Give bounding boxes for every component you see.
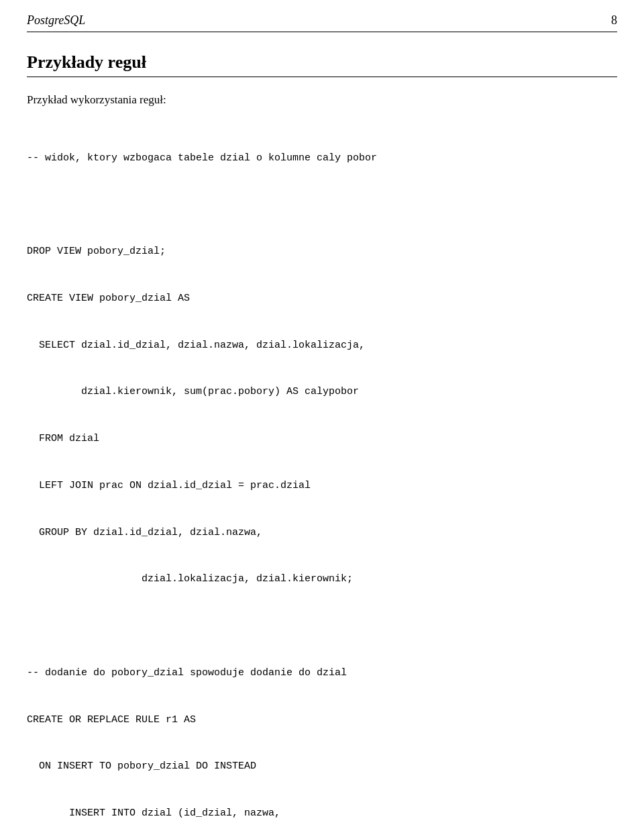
code-line-select: SELECT dzial.id_dzial, dzial.nazwa, dzia…	[27, 338, 617, 353]
page-header: PostgreSQL 8	[27, 13, 617, 32]
code-line-group2: dzial.lokalizacja, dzial.kierownik;	[27, 571, 617, 587]
code-line-on-insert: ON INSERT TO pobory_dzial DO INSTEAD	[27, 758, 617, 774]
blank-line-2	[27, 618, 617, 634]
code-line-create-view: CREATE VIEW pobory_dzial AS	[27, 291, 617, 306]
page-container: PostgreSQL 8 Przykłady reguł Przykład wy…	[0, 0, 644, 835]
code-line-comment-1: -- widok, ktory wzbogaca tabele dzial o …	[27, 150, 617, 166]
code-line-create-rule1: CREATE OR REPLACE RULE r1 AS	[27, 712, 617, 728]
code-line-drop: DROP VIEW pobory_dzial;	[27, 244, 617, 259]
code-line-select2: dzial.kierownik, sum(prac.pobory) AS cal…	[27, 384, 617, 399]
header-title: PostgreSQL	[27, 13, 85, 28]
intro-text: Przykład wykorzystania reguł:	[27, 93, 617, 107]
section-divider	[27, 77, 617, 77]
section-title: Przykłady reguł	[27, 52, 617, 72]
code-line-join: LEFT JOIN prac ON dzial.id_dzial = prac.…	[27, 478, 617, 493]
code-line-comment-2: -- dodanie do pobory_dzial spowoduje dod…	[27, 665, 617, 681]
code-line-from: FROM dzial	[27, 431, 617, 446]
code-block: -- widok, ktory wzbogaca tabele dzial o …	[27, 119, 617, 835]
header-page-num: 8	[611, 13, 617, 28]
code-line-group1: GROUP BY dzial.id_dzial, dzial.nazwa,	[27, 525, 617, 540]
blank-line-1	[27, 197, 617, 212]
code-line-insert-into: INSERT INTO dzial (id_dzial, nazwa,	[27, 805, 617, 821]
